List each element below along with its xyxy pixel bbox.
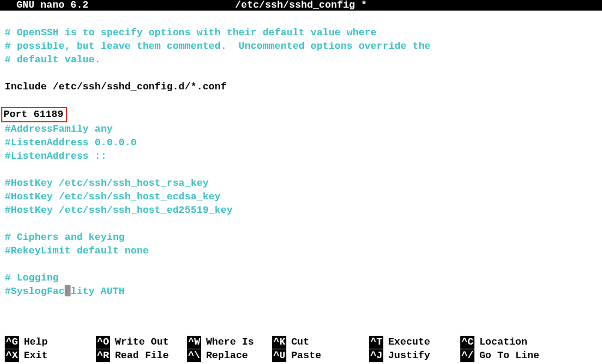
file-line: # Logging bbox=[5, 272, 59, 283]
shortcut-help[interactable]: ^GHelp bbox=[5, 335, 96, 349]
file-line: #HostKey /etc/ssh/ssh_host_ecdsa_key bbox=[5, 191, 220, 202]
shortcut-cut[interactable]: ^KCut bbox=[272, 335, 369, 349]
file-line: #ListenAddress 0.0.0.0 bbox=[5, 137, 136, 148]
shortcut-go-to-line[interactable]: ^/Go To Line bbox=[460, 349, 559, 362]
file-line: Include /etc/ssh/sshd_config.d/*.conf bbox=[5, 81, 226, 92]
file-line: #ListenAddress :: bbox=[5, 151, 106, 162]
cursor bbox=[65, 285, 71, 296]
shortcut-replace[interactable]: ^\Replace bbox=[187, 349, 272, 362]
nano-title-bar: GNU nano 6.2 /etc/ssh/sshd_config * bbox=[0, 0, 602, 11]
file-line-cursor: #SyslogFaclity AUTH bbox=[5, 286, 125, 297]
shortcut-row-1: ^GHelp ^OWrite Out ^WWhere Is ^KCut ^TEx… bbox=[5, 335, 602, 349]
editor-content[interactable]: # OpenSSH is to specify options with the… bbox=[0, 11, 602, 298]
shortcut-read-file[interactable]: ^RRead File bbox=[96, 349, 187, 362]
file-line: # default value. bbox=[5, 54, 101, 65]
file-line: #HostKey /etc/ssh/ssh_host_ed25519_key bbox=[5, 205, 233, 216]
shortcut-execute[interactable]: ^TExecute bbox=[369, 335, 460, 349]
file-line: # Ciphers and keying bbox=[5, 232, 125, 243]
file-line: #HostKey /etc/ssh/ssh_host_rsa_key bbox=[5, 178, 209, 189]
highlighted-port-line: Port 61189 bbox=[1, 107, 67, 122]
shortcut-write-out[interactable]: ^OWrite Out bbox=[96, 335, 187, 349]
file-line: # possible, but leave them commented. Un… bbox=[5, 41, 430, 52]
shortcut-justify[interactable]: ^JJustify bbox=[369, 349, 460, 362]
file-line: #RekeyLimit default none bbox=[5, 245, 149, 256]
shortcut-where-is[interactable]: ^WWhere Is bbox=[187, 335, 272, 349]
nano-filename: /etc/ssh/sshd_config * bbox=[235, 0, 367, 11]
shortcut-exit[interactable]: ^XExit bbox=[5, 349, 96, 362]
file-line: #AddressFamily any bbox=[5, 123, 113, 135]
file-line: # OpenSSH is to specify options with the… bbox=[5, 27, 377, 38]
nano-app-name: GNU nano 6.2 bbox=[16, 0, 88, 11]
shortcut-paste[interactable]: ^UPaste bbox=[272, 349, 369, 362]
shortcut-location[interactable]: ^CLocation bbox=[460, 335, 559, 349]
shortcut-bar: ^GHelp ^OWrite Out ^WWhere Is ^KCut ^TEx… bbox=[0, 335, 602, 362]
shortcut-row-2: ^XExit ^RRead File ^\Replace ^UPaste ^JJ… bbox=[5, 349, 602, 362]
